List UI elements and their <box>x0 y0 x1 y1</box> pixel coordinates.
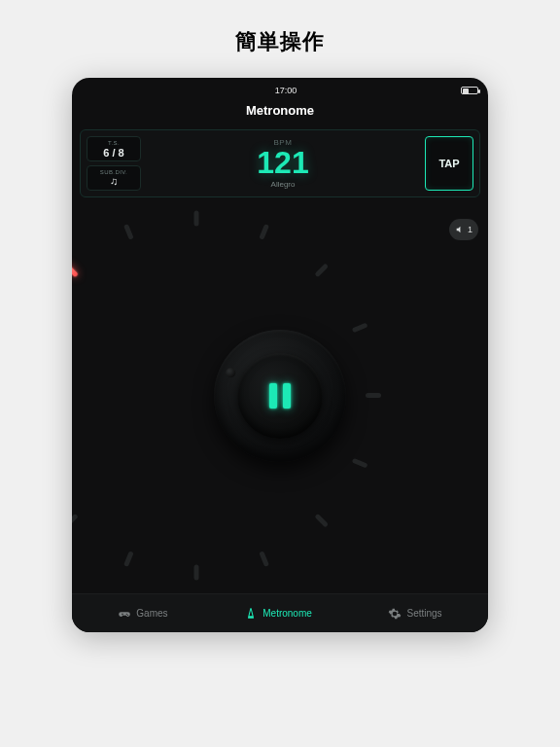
tab-games-label: Games <box>136 608 167 619</box>
gear-icon <box>388 607 402 621</box>
tab-settings[interactable]: Settings <box>388 607 441 621</box>
dial-tick <box>366 393 381 398</box>
dial-tick <box>314 514 329 528</box>
dial-tick <box>352 458 368 469</box>
tab-games[interactable]: Games <box>118 607 167 621</box>
dial-tick <box>123 224 134 240</box>
bpm-panel: T.S. 6 / 8 SUB.DIV. ♫ BPM 121 Allegro TA… <box>80 129 480 197</box>
tab-bar: Games Metronome Settings <box>72 593 488 632</box>
dial-tick <box>352 322 368 333</box>
pause-icon <box>269 383 291 409</box>
subdivision-icon: ♫ <box>110 176 118 187</box>
tempo-dial[interactable] <box>178 294 382 498</box>
dial-tick <box>259 551 269 567</box>
tap-tempo-button[interactable]: TAP <box>425 136 473 191</box>
dial-pointer <box>226 368 235 377</box>
page-title: 簡単操作 <box>235 27 325 56</box>
time-signature-button[interactable]: T.S. 6 / 8 <box>87 136 141 161</box>
dial-tick <box>259 224 269 240</box>
tab-metronome[interactable]: Metronome <box>244 607 312 621</box>
status-clock: 17:00 <box>111 86 461 95</box>
dial-tick <box>123 551 134 567</box>
time-signature-value: 6 / 8 <box>103 147 123 159</box>
bpm-display[interactable]: BPM 121 Allegro <box>147 136 419 191</box>
metronome-icon <box>244 607 258 621</box>
play-pause-button[interactable] <box>237 353 323 439</box>
status-bar: 17:00 <box>72 82 488 99</box>
dial-tick <box>194 565 199 581</box>
dial-tick <box>72 263 79 277</box>
volume-button[interactable]: 1 <box>449 219 478 240</box>
subdivision-button[interactable]: SUB.DIV. ♫ <box>87 165 141 191</box>
volume-level: 1 <box>468 225 472 234</box>
dial-tick <box>314 263 329 277</box>
tempo-marking: Allegro <box>271 180 296 189</box>
battery-icon <box>461 87 478 94</box>
dial-area: 1 <box>72 197 488 593</box>
dial-tick <box>194 211 199 227</box>
tab-settings-label: Settings <box>406 608 441 619</box>
app-title: Metronome <box>72 99 488 125</box>
device-frame: 17:00 Metronome T.S. 6 / 8 SUB.DIV. ♫ BP… <box>72 78 488 632</box>
time-signature-label: T.S. <box>108 140 120 146</box>
tab-metronome-label: Metronome <box>262 608 312 619</box>
gamepad-icon <box>118 607 131 621</box>
speaker-icon <box>455 225 465 234</box>
dial-tick <box>72 514 79 528</box>
bpm-value: 121 <box>257 147 308 178</box>
